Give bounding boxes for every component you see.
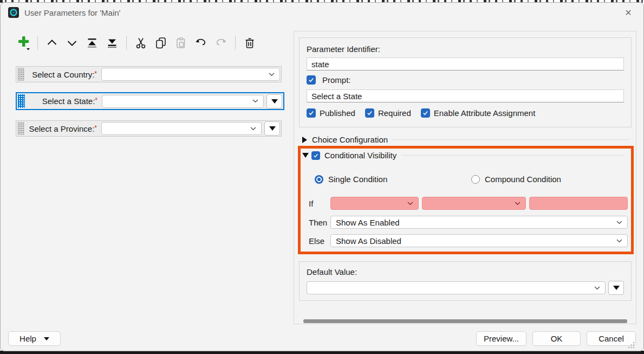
single-condition-radio[interactable] <box>315 175 323 184</box>
close-button[interactable]: ✕ <box>621 5 636 20</box>
identifier-label: Parameter Identifier: <box>307 44 624 54</box>
default-value-dropdown[interactable] <box>307 281 606 294</box>
drag-handle-icon[interactable] <box>18 94 25 108</box>
chevron-down-icon <box>515 202 521 205</box>
country-choice-dropdown[interactable] <box>101 68 280 81</box>
chevron-down-icon <box>407 202 413 205</box>
parameter-label: Select a Country:* <box>24 70 101 79</box>
compound-condition-option[interactable]: Compound Condition <box>471 175 561 184</box>
help-caret-icon <box>44 337 49 340</box>
section-rule <box>401 155 625 156</box>
general-settings-group: Parameter Identifier: Prompt: Published … <box>299 37 632 127</box>
else-label: Else <box>309 236 327 246</box>
then-action-dropdown[interactable]: Show As Enabled <box>330 216 628 229</box>
titlebar: User Parameters for 'Main' ✕ <box>1 3 643 22</box>
chevron-down-icon <box>252 99 258 103</box>
required-flag: Required <box>365 108 411 118</box>
move-to-top-icon[interactable] <box>84 35 100 51</box>
parameter-toolbar <box>16 33 257 53</box>
user-parameters-dialog: User Parameters for 'Main' ✕ <box>0 2 644 351</box>
help-button[interactable]: Help <box>8 331 61 346</box>
delete-icon[interactable] <box>242 35 257 51</box>
published-flag: Published <box>307 108 355 118</box>
app-icon <box>8 7 19 18</box>
if-row: If <box>309 197 628 210</box>
triangle-down-icon <box>269 126 276 131</box>
prompt-input[interactable] <box>307 89 624 102</box>
cut-icon[interactable] <box>133 35 148 51</box>
parameter-details-panel: Parameter Identifier: Prompt: Published … <box>294 31 636 324</box>
if-label: If <box>309 199 327 208</box>
horizontal-scrollbar[interactable] <box>303 319 627 323</box>
copy-icon[interactable] <box>153 35 168 51</box>
drag-handle-icon[interactable] <box>17 122 24 135</box>
conditional-visibility-checkbox[interactable] <box>311 151 320 160</box>
default-value-group: Default Value: <box>299 261 632 301</box>
if-value-field[interactable] <box>529 197 628 210</box>
chevron-down-icon <box>616 239 622 243</box>
required-marker: * <box>94 70 97 78</box>
if-parameter-dropdown[interactable] <box>330 197 419 210</box>
resize-grip-icon[interactable] <box>628 341 635 351</box>
if-operator-dropdown[interactable] <box>422 197 526 210</box>
chevron-down-icon <box>594 286 600 290</box>
parameter-row-country[interactable]: Select a Country:* <box>16 66 282 82</box>
then-label: Then <box>309 218 327 227</box>
toolbar-separator <box>235 36 236 50</box>
section-rule <box>393 139 629 140</box>
attribute-assignment-checkbox[interactable] <box>421 108 430 118</box>
redo-icon[interactable] <box>213 35 229 51</box>
identifier-input[interactable] <box>307 57 624 70</box>
ok-button[interactable]: OK <box>532 331 581 346</box>
required-checkbox[interactable] <box>365 108 374 118</box>
move-down-icon[interactable] <box>64 35 80 51</box>
preview-button[interactable]: Preview... <box>476 331 526 346</box>
province-choice-dropdown[interactable] <box>101 122 262 135</box>
parameter-label: Select a State:* <box>25 96 102 106</box>
province-options-menu-button[interactable] <box>264 121 280 136</box>
prompt-row: Prompt: <box>307 75 624 85</box>
add-parameter-icon[interactable] <box>16 35 31 51</box>
parameter-row-province[interactable]: Select a Province:* <box>16 120 282 137</box>
triangle-down-icon <box>271 99 278 104</box>
move-to-bottom-icon[interactable] <box>105 35 120 51</box>
toolbar-separator <box>37 36 38 50</box>
chevron-down-icon <box>269 73 275 76</box>
single-condition-option[interactable]: Single Condition <box>315 175 387 184</box>
choice-configuration-header[interactable]: Choice Configuration <box>302 135 629 144</box>
drag-handle-icon[interactable] <box>17 68 24 81</box>
else-row: Else Show As Disabled <box>309 234 628 247</box>
flags-row: Published Required Enable Attribute Assi… <box>307 108 624 118</box>
screen: User Parameters for 'Main' ✕ <box>0 0 644 354</box>
collapsed-arrow-icon[interactable] <box>302 137 307 143</box>
then-row: Then Show As Enabled <box>309 216 628 229</box>
conditional-visibility-label: Conditional Visibility <box>324 151 396 160</box>
state-choice-dropdown[interactable] <box>102 95 264 108</box>
window-title: User Parameters for 'Main' <box>24 8 120 17</box>
attribute-assignment-flag: Enable Attribute Assignment <box>421 108 536 118</box>
toolbar-separator <box>126 36 127 50</box>
default-value-label: Default Value: <box>307 267 624 276</box>
triangle-down-icon <box>613 286 620 290</box>
expanded-arrow-icon[interactable] <box>302 153 309 158</box>
prompt-checkbox[interactable] <box>307 75 316 85</box>
published-checkbox[interactable] <box>307 108 316 118</box>
move-up-icon[interactable] <box>44 35 60 51</box>
default-value-menu-button[interactable] <box>608 281 624 295</box>
required-marker: * <box>95 96 97 104</box>
required-marker: * <box>94 124 97 132</box>
paste-icon[interactable] <box>173 35 188 51</box>
prompt-label: Prompt: <box>322 75 351 85</box>
compound-condition-radio[interactable] <box>471 175 480 184</box>
else-action-dropdown[interactable]: Show As Disabled <box>330 234 628 247</box>
undo-icon[interactable] <box>193 35 209 51</box>
parameter-row-state[interactable]: Select a State:* <box>16 92 284 110</box>
parameter-label: Select a Province:* <box>24 124 101 133</box>
chevron-down-icon <box>250 127 256 131</box>
conditional-visibility-header[interactable]: Conditional Visibility <box>302 151 625 160</box>
state-options-menu-button[interactable] <box>266 94 282 108</box>
choice-configuration-label: Choice Configuration <box>312 135 388 144</box>
chevron-down-icon <box>616 221 622 224</box>
